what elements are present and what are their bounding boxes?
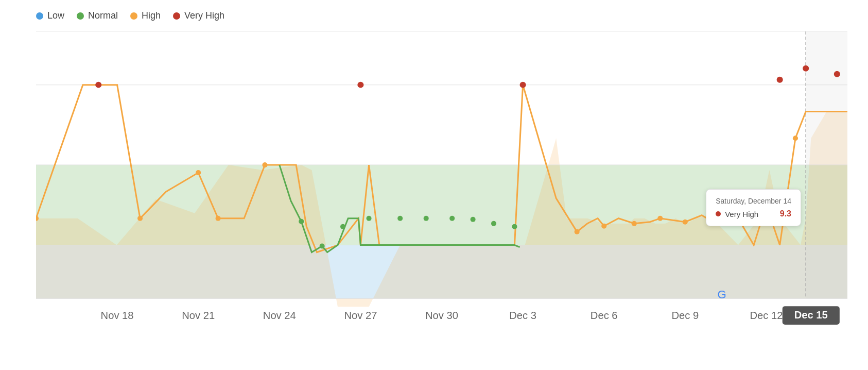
legend-dot-veryhigh (173, 12, 180, 20)
dot-green-3 (340, 224, 345, 229)
x-label-nov18: Nov 18 (101, 310, 134, 321)
dot-orange-dec13b (793, 136, 798, 141)
x-label-dec15: Dec 15 (794, 309, 828, 321)
dot-veryhigh-nov17 (95, 82, 101, 88)
dot-green-10 (512, 224, 517, 229)
dot-green-5 (397, 216, 403, 221)
dot-green-8 (471, 217, 476, 222)
dot-orange-dec5 (575, 229, 580, 234)
chart-legend: Low Normal High Very High (36, 10, 847, 21)
x-label-nov30: Nov 30 (425, 310, 458, 321)
dot-orange-4 (216, 216, 221, 221)
legend-label-normal: Normal (88, 10, 118, 21)
x-label-nov27: Nov 27 (344, 310, 377, 321)
x-label-dec3: Dec 3 (509, 310, 536, 321)
dot-orange-2 (137, 216, 143, 221)
tooltip-num: 9.3 (780, 209, 791, 218)
x-label-dec12: Dec 12 (750, 310, 783, 321)
selected-region (806, 31, 847, 298)
dot-veryhigh-dec14 (803, 65, 809, 72)
chart-area: 0 2 5 8 10 Nov 18 Nov 21 Nov 24 Nov 27 N… (36, 31, 847, 329)
dot-green-2 (320, 244, 325, 249)
legend-item-high: High (130, 10, 161, 21)
google-icon: G (717, 288, 726, 301)
x-label-nov21: Nov 21 (182, 310, 215, 321)
x-label-nov24: Nov 24 (263, 310, 296, 321)
legend-dot-low (36, 12, 43, 20)
dot-orange-5 (262, 162, 267, 167)
dot-green-6 (424, 216, 429, 221)
dot-green-9 (491, 221, 496, 226)
legend-item-veryhigh: Very High (173, 10, 224, 21)
legend-label-low: Low (47, 10, 64, 21)
legend-label-high: High (142, 10, 161, 21)
legend-label-veryhigh: Very High (184, 10, 224, 21)
chart-tooltip: Saturday, December 14 Very High 9.3 (706, 189, 801, 226)
legend-item-low: Low (36, 10, 64, 21)
dot-green-4 (367, 216, 372, 221)
legend-item-normal: Normal (77, 10, 118, 21)
dot-veryhigh-nov27 (357, 82, 363, 88)
chart-container: Low Normal High Very High (0, 0, 868, 370)
dot-veryhigh-dec3 (520, 82, 526, 88)
dot-orange-dec6 (601, 224, 606, 229)
dot-orange-dec7 (632, 221, 637, 226)
dot-orange-3 (196, 170, 201, 175)
dot-veryhigh-dec15 (834, 71, 840, 77)
tooltip-value-row: Very High 9.3 (716, 209, 791, 218)
dot-orange-dec9 (683, 220, 688, 225)
tooltip-dot (716, 211, 721, 216)
tooltip-date: Saturday, December 14 (716, 197, 791, 205)
x-label-dec6: Dec 6 (591, 310, 618, 321)
dot-green-1 (299, 219, 304, 224)
chart-svg: 0 2 5 8 10 Nov 18 Nov 21 Nov 24 Nov 27 N… (36, 31, 847, 329)
legend-dot-normal (77, 12, 84, 20)
dot-orange-dec8 (657, 216, 663, 221)
dot-green-7 (449, 216, 455, 221)
svg-rect-1 (36, 85, 847, 165)
dot-veryhigh-dec13 (777, 77, 783, 83)
tooltip-label: Very High (725, 210, 760, 218)
legend-dot-high (130, 12, 137, 20)
x-label-dec9: Dec 9 (671, 310, 699, 321)
